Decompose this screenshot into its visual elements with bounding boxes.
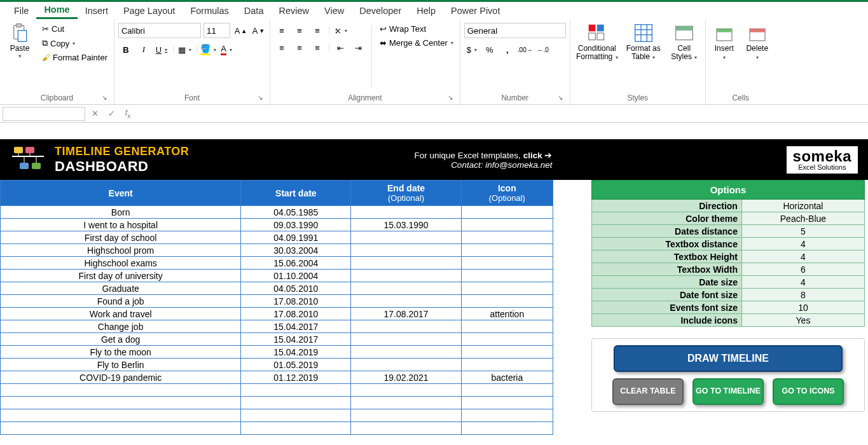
option-value[interactable]: 10 <box>741 301 864 314</box>
cut-button[interactable]: ✂Cut <box>39 23 110 35</box>
option-value[interactable]: Horizontal <box>741 200 864 212</box>
dialog-launcher-icon[interactable]: ↘ <box>256 94 265 103</box>
cell-event[interactable]: Found a job <box>1 295 241 308</box>
cell-start[interactable]: 04.05.2010 <box>241 282 351 295</box>
table-row[interactable]: Highschool prom30.03.2004 <box>1 244 553 257</box>
option-value[interactable]: 5 <box>741 225 864 238</box>
option-row[interactable]: Textbox distance4 <box>592 238 865 250</box>
menu-tab-formulas[interactable]: Formulas <box>183 3 236 18</box>
italic-button[interactable]: I <box>136 42 151 57</box>
option-value[interactable]: 8 <box>741 289 864 301</box>
table-row[interactable]: Fly to the moon15.04.2019 <box>1 346 553 359</box>
cell-start[interactable]: 17.08.2010 <box>241 308 351 320</box>
format-painter-button[interactable]: 🖌Format Painter <box>39 51 110 64</box>
formula-input[interactable] <box>137 107 865 121</box>
cell-event[interactable]: Highschool prom <box>1 244 241 257</box>
comma-button[interactable]: , <box>500 42 515 57</box>
cell-event[interactable]: Change job <box>1 320 241 333</box>
menu-tab-help[interactable]: Help <box>409 3 443 18</box>
cell-end[interactable] <box>351 422 461 435</box>
cell-icon[interactable] <box>461 257 553 270</box>
font-size-input[interactable] <box>203 23 230 38</box>
cell-start[interactable]: 15.04.2019 <box>241 346 351 359</box>
cell-end[interactable] <box>351 409 461 422</box>
col-end[interactable]: End date(Optional) <box>351 181 461 206</box>
cell-icon[interactable]: bacteria <box>461 371 553 384</box>
cell-icon[interactable] <box>461 231 553 244</box>
table-row[interactable]: Work and travel17.08.201017.08.2017atten… <box>1 308 553 320</box>
copy-button[interactable]: ⧉Copy ▾ <box>39 37 110 50</box>
table-row[interactable]: Change job15.04.2017 <box>1 320 553 333</box>
orientation-button[interactable]: ⤪▾ <box>333 23 348 38</box>
col-event[interactable]: Event <box>1 181 241 206</box>
cell-start[interactable] <box>241 422 351 435</box>
number-format-select[interactable] <box>464 23 566 38</box>
cell-event[interactable] <box>1 422 241 435</box>
option-value[interactable]: 6 <box>741 263 864 276</box>
cell-styles-button[interactable]: Cell Styles ▾ <box>667 22 701 62</box>
cell-start[interactable]: 30.03.2004 <box>241 244 351 257</box>
align-middle-button[interactable]: ≡ <box>292 23 307 38</box>
fill-color-button[interactable]: 🪣▾ <box>201 42 216 57</box>
option-row[interactable]: Dates distance5 <box>592 225 865 238</box>
conditional-formatting-button[interactable]: Conditional Formatting ▾ <box>574 22 620 62</box>
cell-event[interactable] <box>1 397 241 409</box>
cell-start[interactable]: 04.09.1991 <box>241 231 351 244</box>
cell-end[interactable] <box>351 333 461 346</box>
cell-icon[interactable] <box>461 219 553 231</box>
goto-icons-button[interactable]: GO TO ICONS <box>773 378 844 405</box>
cell-icon[interactable] <box>461 359 553 371</box>
menu-tab-power-pivot[interactable]: Power Pivot <box>443 3 507 18</box>
option-row[interactable]: Include iconsYes <box>592 314 865 327</box>
goto-timeline-button[interactable]: GO TO TIMELINE <box>692 378 764 405</box>
cell-end[interactable]: 15.03.1990 <box>351 219 461 231</box>
cell-start[interactable]: 01.10.2004 <box>241 270 351 282</box>
increase-indent-button[interactable]: ⇥ <box>351 40 366 55</box>
table-row[interactable]: First day of university01.10.2004 <box>1 270 553 282</box>
events-table[interactable]: Event Start date End date(Optional) Icon… <box>0 180 553 435</box>
cell-icon[interactable] <box>461 397 553 409</box>
table-row[interactable] <box>1 397 553 409</box>
option-row[interactable]: Date font size8 <box>592 289 865 301</box>
cell-end[interactable] <box>351 320 461 333</box>
menu-tab-developer[interactable]: Developer <box>352 3 409 18</box>
dialog-launcher-icon[interactable]: ↘ <box>446 94 455 103</box>
cell-event[interactable]: Fly to the moon <box>1 346 241 359</box>
font-color-button[interactable]: A▾ <box>219 42 234 57</box>
dialog-launcher-icon[interactable]: ↘ <box>100 94 109 103</box>
cell-start[interactable]: 01.05.2019 <box>241 359 351 371</box>
cell-start[interactable]: 17.08.2010 <box>241 295 351 308</box>
wrap-text-button[interactable]: ↩Wrap Text <box>377 23 456 35</box>
align-right-button[interactable]: ≡ <box>310 40 325 55</box>
cell-end[interactable] <box>351 282 461 295</box>
table-row[interactable]: Get a dog15.04.2017 <box>1 333 553 346</box>
cell-end[interactable] <box>351 257 461 270</box>
insert-cells-button[interactable]: Insert▾ <box>710 22 739 62</box>
increase-decimal-button[interactable]: .00→ <box>518 42 533 57</box>
option-row[interactable]: DirectionHorizontal <box>592 200 865 212</box>
table-row[interactable]: Fly to Berlin01.05.2019 <box>1 359 553 371</box>
cell-end[interactable] <box>351 346 461 359</box>
cell-end[interactable] <box>351 295 461 308</box>
delete-cells-button[interactable]: Delete▾ <box>743 22 772 62</box>
cell-event[interactable]: Born <box>1 206 241 219</box>
cell-start[interactable]: 15.06.2004 <box>241 257 351 270</box>
menu-tab-review[interactable]: Review <box>271 3 317 18</box>
cell-icon[interactable] <box>461 333 553 346</box>
cell-start[interactable]: 15.04.2017 <box>241 333 351 346</box>
cancel-formula-icon[interactable]: ✕ <box>88 109 102 118</box>
cell-icon[interactable]: attention <box>461 308 553 320</box>
cell-end[interactable] <box>351 244 461 257</box>
align-bottom-button[interactable]: ≡ <box>310 23 325 38</box>
decrease-decimal-button[interactable]: ←.0 <box>535 42 551 57</box>
cell-start[interactable] <box>241 397 351 409</box>
cell-end[interactable] <box>351 384 461 397</box>
fx-icon[interactable]: fx <box>121 108 135 120</box>
cell-event[interactable] <box>1 409 241 422</box>
cell-start[interactable] <box>241 384 351 397</box>
options-table[interactable]: Options DirectionHorizontalColor themePe… <box>591 180 865 327</box>
cell-start[interactable]: 15.04.2017 <box>241 320 351 333</box>
option-row[interactable]: Date size4 <box>592 276 865 289</box>
cell-end[interactable] <box>351 359 461 371</box>
table-row[interactable] <box>1 422 553 435</box>
